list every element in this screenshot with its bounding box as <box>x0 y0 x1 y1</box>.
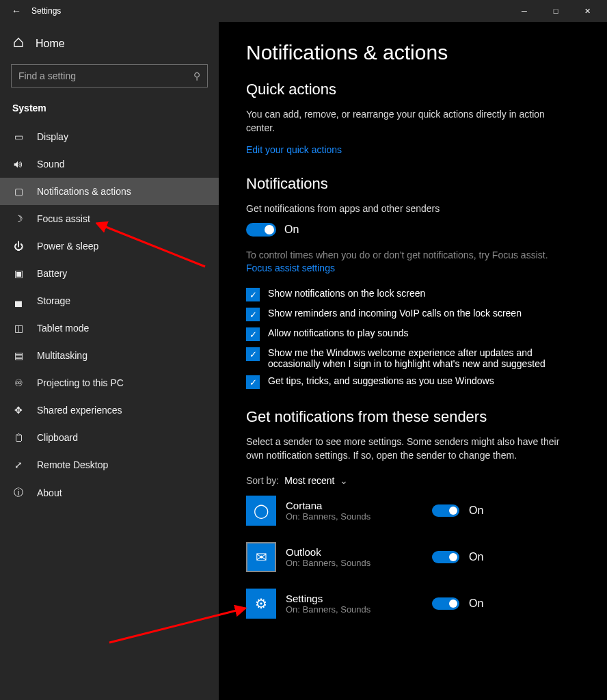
sender-settings[interactable]: ⚙ Settings On: Banners, Sounds On <box>246 589 580 619</box>
sidebar: Home Find a setting ⚲ System ▭Display 🔊︎… <box>0 22 219 700</box>
nav-focus-assist[interactable]: ☽Focus assist <box>0 205 219 232</box>
check-lock-screen[interactable]: ✓Show notifications on the lock screen <box>246 288 567 301</box>
sender-cortana[interactable]: ◯ Cortana On: Banners, Sounds On <box>246 496 580 526</box>
battery-icon: ▣ <box>12 268 25 279</box>
checkbox-icon: ✓ <box>246 327 260 341</box>
search-icon: ⚲ <box>193 70 200 81</box>
page-title: Notifications & actions <box>246 41 580 64</box>
senders-desc: Select a sender to see more settings. So… <box>246 435 567 462</box>
check-play-sounds[interactable]: ✓Allow notifications to play sounds <box>246 327 567 341</box>
remote-icon: ⤢ <box>12 459 25 470</box>
nav-notifications[interactable]: ▢Notifications & actions <box>0 178 219 205</box>
notifications-icon: ▢ <box>12 186 25 197</box>
nav-shared-experiences[interactable]: ✥Shared experiences <box>0 396 219 424</box>
moon-icon: ☽ <box>12 213 25 224</box>
nav-home-label: Home <box>36 38 65 50</box>
check-tips-tricks[interactable]: ✓Get tips, tricks, and suggestions as yo… <box>246 375 567 389</box>
focus-hint: To control times when you do or don't ge… <box>246 249 567 262</box>
nav-storage[interactable]: ▄Storage <box>0 287 219 314</box>
quick-actions-section: Quick actions You can add, remove, or re… <box>246 81 580 156</box>
notifications-main-label: Get notifications from apps and other se… <box>246 202 567 216</box>
checkbox-icon: ✓ <box>246 308 260 321</box>
quick-actions-heading: Quick actions <box>246 81 580 98</box>
clipboard-icon: 📋︎ <box>12 432 25 443</box>
display-icon: ▭ <box>12 131 25 142</box>
notifications-section: Notifications Get notifications from app… <box>246 175 580 389</box>
storage-icon: ▄ <box>12 295 25 306</box>
chevron-down-icon: ⌄ <box>340 475 348 486</box>
check-welcome-experience[interactable]: ✓Show me the Windows welcome experience … <box>246 347 567 369</box>
checkbox-icon: ✓ <box>246 288 260 301</box>
nav-sound[interactable]: 🔊︎Sound <box>0 150 219 178</box>
nav-tablet-mode[interactable]: ◫Tablet mode <box>0 314 219 342</box>
sender-cortana-toggle[interactable] <box>432 504 459 517</box>
power-icon: ⏻ <box>12 241 25 252</box>
outlook-icon: ✉ <box>246 542 276 572</box>
section-header: System <box>0 98 219 123</box>
search-placeholder: Find a setting <box>18 70 76 81</box>
senders-heading: Get notifications from these senders <box>246 408 580 426</box>
project-icon: ♾ <box>12 377 25 388</box>
content-pane: Notifications & actions Quick actions Yo… <box>219 22 607 700</box>
search-input[interactable]: Find a setting ⚲ <box>11 64 208 88</box>
sender-outlook-toggle[interactable] <box>432 551 459 563</box>
minimize-button[interactable]: ─ <box>509 0 540 22</box>
check-reminders-voip[interactable]: ✓Show reminders and incoming VoIP calls … <box>246 308 567 321</box>
nav-about[interactable]: ⓘAbout <box>0 479 219 507</box>
nav-display[interactable]: ▭Display <box>0 123 219 150</box>
nav-multitasking[interactable]: ▤Multitasking <box>0 342 219 369</box>
back-button[interactable]: ← <box>4 5 29 16</box>
sound-icon: 🔊︎ <box>12 159 25 170</box>
nav-power-sleep[interactable]: ⏻Power & sleep <box>0 232 219 260</box>
edit-quick-actions-link[interactable]: Edit your quick actions <box>246 144 342 155</box>
focus-assist-link[interactable]: Focus assist settings <box>246 262 335 273</box>
nav-home[interactable]: Home <box>0 29 219 59</box>
home-icon <box>12 37 25 51</box>
close-button[interactable]: ✕ <box>571 0 603 22</box>
nav-projecting[interactable]: ♾Projecting to this PC <box>0 369 219 396</box>
nav-remote-desktop[interactable]: ⤢Remote Desktop <box>0 451 219 479</box>
notifications-heading: Notifications <box>246 175 580 193</box>
checkbox-icon: ✓ <box>246 375 260 389</box>
window-title: Settings <box>31 6 61 16</box>
notifications-toggle[interactable] <box>246 223 276 237</box>
settings-icon: ⚙ <box>246 589 276 619</box>
maximize-button[interactable]: □ <box>540 0 571 22</box>
tablet-icon: ◫ <box>12 323 25 334</box>
multitask-icon: ▤ <box>12 350 25 361</box>
titlebar: ← Settings ─ □ ✕ <box>0 0 607 22</box>
senders-section: Get notifications from these senders Sel… <box>246 408 580 618</box>
info-icon: ⓘ <box>12 487 25 499</box>
cortana-icon: ◯ <box>246 496 276 526</box>
nav-clipboard[interactable]: 📋︎Clipboard <box>0 424 219 451</box>
quick-actions-desc: You can add, remove, or rearrange your q… <box>246 108 567 135</box>
sort-by[interactable]: Sort by: Most recent ⌄ <box>246 475 580 486</box>
share-icon: ✥ <box>12 405 25 416</box>
sender-outlook[interactable]: ✉ Outlook On: Banners, Sounds On <box>246 542 580 572</box>
checkbox-icon: ✓ <box>246 347 260 361</box>
nav-battery[interactable]: ▣Battery <box>0 260 219 287</box>
sender-settings-toggle[interactable] <box>432 597 459 610</box>
notifications-toggle-state: On <box>284 224 299 236</box>
